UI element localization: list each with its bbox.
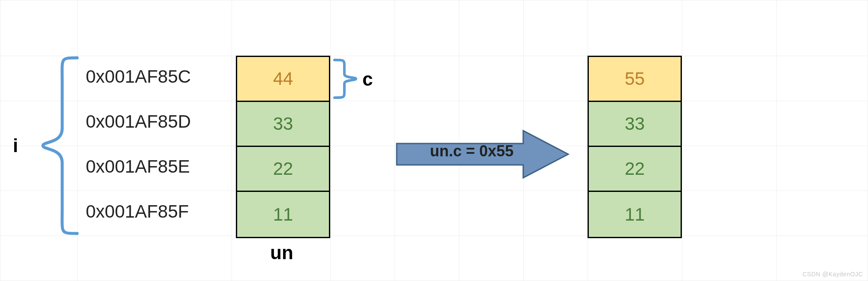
watermark: CSDN @KaydenOJC (802, 271, 863, 278)
memory-cell: 33 (237, 102, 329, 147)
memory-cell: 44 (237, 57, 329, 102)
address-column: 0x001AF85C 0x001AF85D 0x001AF85E 0x001AF… (86, 56, 227, 234)
memory-cell: 11 (589, 192, 681, 237)
address-label: 0x001AF85F (86, 189, 227, 234)
c-label: c (362, 69, 373, 90)
i-label: i (13, 135, 18, 156)
memory-cell: 55 (589, 57, 681, 102)
brace-i-icon (39, 56, 81, 236)
memory-cell: 22 (589, 147, 681, 192)
address-label: 0x001AF85E (86, 144, 227, 189)
memory-block-before: 44 33 22 11 (236, 56, 330, 238)
memory-block-after: 55 33 22 11 (588, 56, 682, 238)
un-label: un (270, 242, 293, 263)
address-label: 0x001AF85C (86, 54, 227, 99)
memory-cell: 22 (237, 147, 329, 192)
memory-cell: 11 (237, 192, 329, 237)
assignment-text: un.c = 0x55 (401, 142, 542, 160)
address-label: 0x001AF85D (86, 99, 227, 144)
brace-c-icon (332, 58, 358, 100)
memory-cell: 33 (589, 102, 681, 147)
